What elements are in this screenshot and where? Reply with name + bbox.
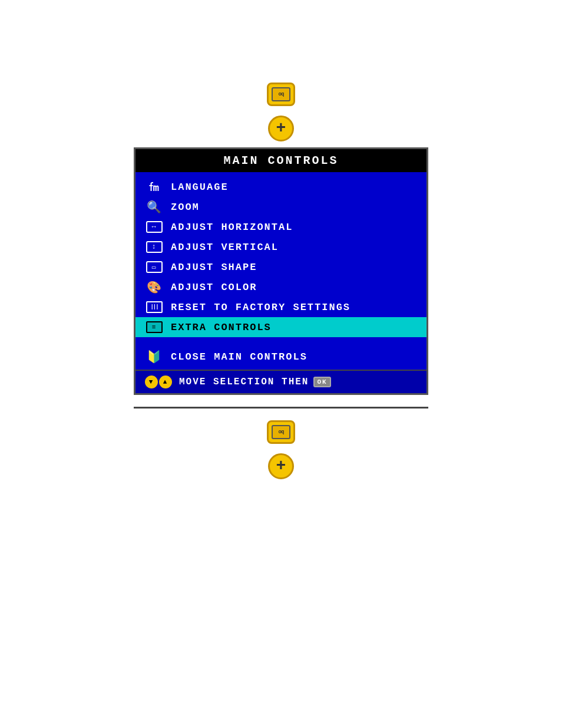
reset-label: RESET TO FACTORY SETTINGS — [171, 302, 351, 313]
nav-up-icon: ▲ — [159, 375, 172, 388]
menu-items-list: ㎙ LANGUAGE 🔍 ZOOM ↔ ADJUST HORIZONTAL — [135, 172, 427, 342]
osd-icon-top[interactable]: oq — [267, 83, 295, 106]
plus-icon-top[interactable]: + — [268, 116, 294, 141]
menu-item-zoom[interactable]: 🔍 ZOOM — [135, 197, 427, 217]
plus-icon-bottom[interactable]: + — [268, 453, 294, 479]
adjust-color-icon: 🎨 — [145, 280, 164, 294]
top-section: oq + — [267, 83, 295, 141]
ok-badge[interactable]: OK — [313, 377, 330, 387]
zoom-label: ZOOM — [171, 202, 200, 213]
menu-item-language[interactable]: ㎙ LANGUAGE — [135, 177, 427, 197]
adjust-horizontal-label: ADJUST HORIZONTAL — [171, 222, 293, 233]
osd-icon-text-bottom: oq — [279, 429, 284, 435]
menu-item-adjust-color[interactable]: 🎨 ADJUST COLOR — [135, 277, 427, 297]
menu-item-reset[interactable]: ||| RESET TO FACTORY SETTINGS — [135, 297, 427, 317]
adjust-shape-label: ADJUST SHAPE — [171, 262, 257, 273]
menu-footer: ▼ ▲ MOVE SELECTION THEN OK — [135, 370, 427, 393]
osd-icon-bottom[interactable]: oq — [267, 420, 295, 444]
plus-icon-text-bottom: + — [276, 458, 286, 475]
main-controls-menu: MAIN CONTROLS ㎙ LANGUAGE 🔍 ZOOM ↔ — [134, 147, 428, 395]
plus-icon-text-top: + — [276, 120, 286, 137]
language-label: LANGUAGE — [171, 182, 229, 193]
adjust-horizontal-icon: ↔ — [145, 220, 164, 234]
adjust-shape-icon: ▭ — [145, 260, 164, 274]
osd-icon-inner-top: oq — [272, 87, 290, 101]
menu-item-close[interactable]: 🔰 CLOSE MAIN CONTROLS — [135, 347, 427, 370]
menu-item-adjust-vertical[interactable]: ↕ ADJUST VERTICAL — [135, 237, 427, 257]
bottom-section: oq + — [267, 420, 295, 479]
menu-title: MAIN CONTROLS — [135, 149, 427, 172]
extra-controls-icon: ≡ — [145, 320, 164, 334]
extra-controls-label: EXTRA CONTROLS — [171, 322, 272, 333]
adjust-vertical-label: ADJUST VERTICAL — [171, 242, 279, 253]
page-container: oq + MAIN CONTROLS ㎙ LANGUAGE 🔍 ZOOM — [0, 0, 562, 728]
menu-divider — [135, 342, 427, 347]
nav-arrows-icon: ▼ ▲ — [145, 375, 172, 388]
nav-down-icon: ▼ — [145, 375, 158, 388]
adjust-vertical-icon: ↕ — [145, 240, 164, 254]
menu-item-adjust-horizontal[interactable]: ↔ ADJUST HORIZONTAL — [135, 217, 427, 237]
zoom-icon: 🔍 — [145, 200, 164, 214]
menu-item-extra-controls[interactable]: ≡ EXTRA CONTROLS — [135, 317, 427, 337]
osd-icon-inner-bottom: oq — [272, 425, 290, 439]
language-icon: ㎙ — [145, 180, 164, 194]
menu-item-adjust-shape[interactable]: ▭ ADJUST SHAPE — [135, 257, 427, 277]
reset-icon: ||| — [145, 300, 164, 314]
close-icon: 🔰 — [145, 350, 164, 364]
close-label: CLOSE MAIN CONTROLS — [171, 351, 308, 363]
footer-label: MOVE SELECTION THEN — [179, 377, 309, 387]
adjust-color-label: ADJUST COLOR — [171, 282, 257, 293]
section-divider — [134, 407, 428, 409]
osd-icon-text-top: oq — [279, 91, 284, 97]
